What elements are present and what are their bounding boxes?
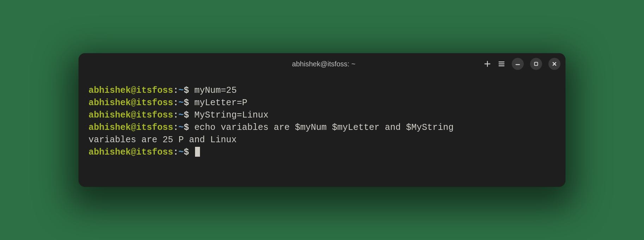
close-button[interactable]: [548, 58, 560, 70]
menu-button[interactable]: [498, 60, 505, 68]
hamburger-icon: [498, 60, 505, 68]
terminal-line: abhishek@itsfoss:~$ echo variables are $…: [89, 121, 555, 134]
minimize-button[interactable]: [512, 58, 524, 70]
prompt-path: ~: [178, 147, 184, 157]
prompt-user: abhishek@itsfoss: [89, 122, 173, 133]
prompt-colon: :: [173, 147, 178, 157]
new-tab-button[interactable]: [484, 60, 491, 68]
terminal-line: variables are 25 P and Linux: [89, 134, 555, 146]
minimize-icon: [515, 61, 520, 66]
terminal-body[interactable]: abhishek@itsfoss:~$ myNum=25abhishek@its…: [79, 74, 565, 187]
prompt-symbol: $: [184, 147, 189, 157]
prompt-colon: :: [173, 98, 178, 108]
svg-rect-0: [535, 62, 538, 66]
command-text: echo variables are $myNum $myLetter and …: [194, 122, 454, 133]
terminal-line: abhishek@itsfoss:~$ myNum=25: [89, 84, 555, 97]
close-icon: [552, 61, 557, 66]
prompt-colon: :: [173, 122, 178, 133]
command-text: myLetter=P: [194, 98, 247, 108]
terminal-window: abhishek@itsfoss: ~ abhishek@itsfoss:~$ …: [79, 53, 565, 187]
command-text: MyString=Linux: [194, 110, 268, 120]
prompt-colon: :: [173, 85, 178, 96]
prompt-colon: :: [173, 110, 178, 120]
terminal-line: abhishek@itsfoss:~$ myLetter=P: [89, 97, 555, 109]
titlebar: abhishek@itsfoss: ~: [79, 53, 565, 74]
terminal-line: abhishek@itsfoss:~$: [89, 146, 555, 158]
prompt-path: ~: [178, 98, 184, 108]
prompt-user: abhishek@itsfoss: [89, 98, 173, 108]
cursor-block: [195, 147, 200, 157]
output-text: variables are 25 P and Linux: [89, 135, 237, 145]
prompt-user: abhishek@itsfoss: [89, 85, 173, 96]
plus-icon: [484, 60, 491, 68]
prompt-symbol: $: [184, 85, 189, 96]
maximize-button[interactable]: [530, 58, 542, 70]
prompt-user: abhishek@itsfoss: [89, 147, 173, 157]
command-text: myNum=25: [194, 85, 237, 96]
prompt-path: ~: [178, 122, 184, 133]
prompt-symbol: $: [184, 98, 189, 108]
prompt-path: ~: [178, 85, 184, 96]
prompt-symbol: $: [184, 110, 189, 120]
prompt-path: ~: [178, 110, 184, 120]
terminal-line: abhishek@itsfoss:~$ MyString=Linux: [89, 109, 555, 121]
window-title: abhishek@itsfoss: ~: [165, 60, 483, 68]
prompt-symbol: $: [184, 122, 189, 133]
titlebar-controls: [483, 58, 560, 70]
maximize-icon: [534, 61, 539, 66]
prompt-user: abhishek@itsfoss: [89, 110, 173, 120]
